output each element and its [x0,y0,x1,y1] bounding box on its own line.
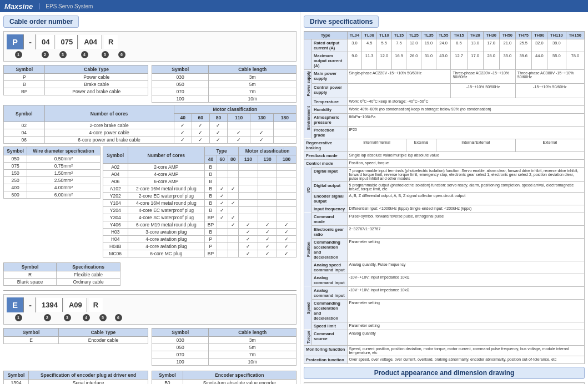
ann-e4: 4 [83,314,90,321]
sym-p: P [4,74,45,81]
protection2-row: Protection function Over speed, over vol… [304,356,585,363]
encoder-out-row: Encoder signal output A, B, Z differenti… [304,192,585,205]
sym-header3: Symbol [4,105,45,122]
env-header-row: Environment Temperature Work: 0°C~40°C k… [304,98,585,105]
code-04: 04 [37,35,54,49]
cable-type-header: Cable Type [45,65,148,74]
position-section: Position Command mode Pulse+symbol, forw… [304,213,585,225]
num-cores-header: Number of cores [44,105,174,122]
cable-example-1: P - 04 075 A04 R 1 2 3 4 5 6 [3,31,296,62]
code-r2: R [89,298,103,312]
type-header: Type [304,32,348,39]
cable-example-2: E - 1394 A09 R 1 2 3 4 5 6 [3,294,296,325]
wire-motor-spec-block: Symbol Wire diameter specification 0500.… [3,146,296,260]
system-name: EPS Servo System [39,3,93,9]
code-075: 075 [56,35,78,49]
monitor-row: Monitoring function Speed, current posit… [304,345,585,356]
motor-connector-table: Symbol Number of cores Type Motor classi… [103,146,296,257]
code-sep-1: - [26,34,36,49]
ann-e1: 1 [15,314,22,321]
encoder-spec-block: Symbol Encoder specification B0Single-tu… [152,371,296,384]
digital-input-row: I/O Digital input 7 programmable input t… [304,167,585,181]
length-row: 0303m [152,74,296,81]
nav-bar: Maxsine EPS Servo System [0,0,588,12]
motor-connector-block: Symbol Number of cores Type Motor classi… [103,146,296,260]
humidity-row: Humidity Work: 40%~80% (no condensation)… [304,105,585,113]
sym-bp: BP [4,88,45,95]
atm-row: Atmospheric pressure 86kPa~106kPa [304,113,585,126]
ann-3: 3 [59,51,67,58]
wire-diam-table: Symbol Wire diameter specification 0500.… [3,146,100,199]
length-row: 0505m [152,81,296,88]
cable-type-table: Symbol Cable Type P Power cable B Brake … [3,65,148,95]
speed-limit-row: Speed limit Parameter setting [304,322,585,330]
max-current-row: Maximum output current (A) 9.011.312.0 1… [304,52,585,70]
cores-row: 022-core brake cable ✓✓✓ [4,122,296,129]
specs-table: Symbol Specifications RFlexible cable Bl… [3,262,120,286]
power-supply-row: Power supply Main power supply Single-ph… [304,70,585,84]
length-row: 10010m [152,95,296,103]
left-column: Cable order number P - 04 075 A04 R 1 2 … [0,12,300,384]
sym-b: B [4,81,45,88]
code-a09: A09 [64,298,87,312]
protection-row: Protection grade IP20 [304,126,585,139]
ann-6: 6 [118,51,125,58]
control-mode-row: Control mode Position, speed, torque [304,159,585,167]
product-appearance-title: Product appearance and dimension drawing [304,367,585,379]
cores-table: Symbol Number of cores Motor classificat… [3,105,296,144]
encoder-plug-spec-blocks: Symbol Specification of encoder plug at … [3,371,296,384]
encoder-cable-type-table: Symbol Cable Type EEncoder cable [3,328,148,344]
ann-4: 4 [81,51,88,58]
encoder-length-block: Symbol Cable length 0303m 0505m 0707m 10… [152,328,296,368]
regen-row: Regenerative braking Internal/Internal E… [304,139,585,151]
code-e: E [7,297,24,312]
code-sep-2: - [26,297,36,312]
analog-cmd-row: Analog command input -10V~+10V; input im… [304,274,585,286]
code-r: R [104,35,118,49]
ann-5: 5 [102,51,109,58]
wire-diam-block: Symbol Wire diameter specification 0500.… [3,146,100,260]
drive-spec-table: Type TL04TL08TL10 TL15TL25TL35 TL55TH15T… [304,31,585,364]
control-supply-row: Control power supply -15~+10% 50/60Hz -1… [304,84,585,98]
desc-p: Power cable [45,74,148,81]
elec-gear-row: Electronic gear ratio 2~32767/1~32767 [304,225,585,238]
ann-e5: 5 [99,314,107,321]
ann-e6: 6 [115,314,122,321]
brand-logo: Maxsine [4,2,33,11]
cable-order-title: Cable order number [3,16,79,28]
encoder-spec-table: Symbol Encoder specification B0Single-tu… [152,371,296,384]
encoder-cable-type-block: Symbol Cable Type EEncoder cable [3,328,148,368]
drive-specs-title: Drive specifications [304,16,379,28]
cores-row: 044-core power cable ✓✓✓✓✓ [4,129,296,137]
cable-type-row: B Brake cable [4,81,148,88]
encoder-top-blocks: Symbol Cable Type EEncoder cable Symbol … [3,328,296,368]
ann-2: 2 [42,51,49,58]
cable-length-header: Cable length [209,65,296,74]
sym-header: Symbol [4,65,45,74]
cable-type-row: P Power cable [4,74,148,81]
sym-header2: Symbol [152,65,209,74]
cable-type-block: Symbol Cable Type P Power cable B Brake … [3,65,148,105]
main-layout: Cable order number P - 04 075 A04 R 1 2 … [0,12,588,384]
encoder-length-table: Symbol Cable length 0303m 0505m 0707m 10… [152,328,296,366]
cable-length-block: Symbol Cable length 0303m 0505m 0707m 10… [152,65,296,105]
acc-dec-speed-row: Commanding acceleration and deceleration… [304,299,585,322]
encoder-plug-table: Symbol Specification of encoder plug at … [3,371,148,384]
ann-e2: 2 [44,314,51,321]
ann-e3: 3 [64,314,71,321]
analog-speed-row: Analog speed command input Analog quanti… [304,261,585,274]
feedback-row: Feedback mode Single lap absolute value/… [304,151,585,159]
specs-row: Symbol Specifications RFlexible cable Bl… [3,262,296,286]
cores-row: 066-core power and brake cable ✓✓✓✓✓ [4,137,296,144]
cable-type-row: BP Power and brake cable [4,88,148,95]
torque-section: Torque Command source Analog quantity [304,330,585,345]
desc-b: Brake cable [45,81,148,88]
code-1394: 1394 [37,298,63,312]
length-row: 0707m [152,88,296,95]
cores-block: Symbol Number of cores Motor classificat… [3,105,296,144]
code-a04: A04 [79,35,102,49]
acc-dec-row: Commanding acceleration and deceleration… [304,238,585,261]
desc-bp: Power and brake cable [45,88,148,95]
code-p: P [7,34,24,49]
encoder-plug-block: Symbol Specification of encoder plug at … [3,371,148,384]
